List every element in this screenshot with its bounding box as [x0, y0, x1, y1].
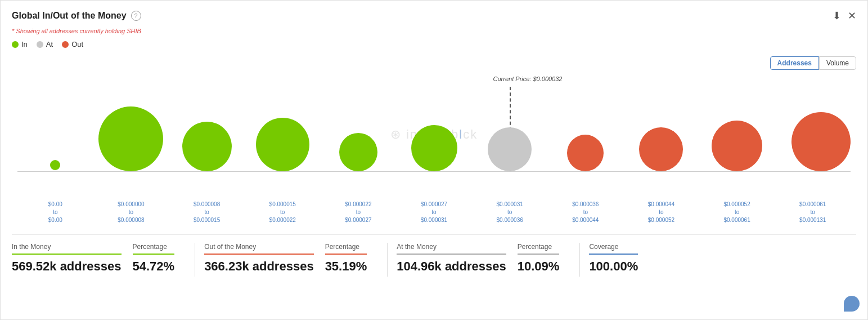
x-axis: $0.00to$0.00 $0.000000to$0.000008 $0.000…: [12, 198, 856, 224]
stat-underline-out: [204, 254, 314, 255]
bubble-col-7: [547, 87, 623, 171]
x-label-3: $0.000015to$0.000022: [245, 201, 321, 224]
legend-label-at: At: [46, 40, 53, 48]
bubbles-row: [12, 75, 856, 171]
bubble-col-6: [472, 87, 548, 171]
legend-dot-in: [12, 41, 19, 48]
x-label-5: $0.000027to$0.000031: [396, 201, 472, 224]
bubble-0: [50, 160, 60, 170]
bubble-2: [182, 122, 232, 171]
stat-coverage: Coverage 100.00%: [589, 243, 649, 274]
bubble-3: [256, 118, 309, 171]
bubble-5: [411, 125, 457, 171]
stat-label-at: At the Money: [397, 243, 506, 251]
stat-label-at-pct: Percentage: [518, 243, 560, 251]
header-left: Global In/Out of the Money ?: [12, 11, 141, 21]
bubble-6: [488, 127, 532, 171]
stats-row: In the Money 569.52k addresses Percentag…: [12, 234, 856, 277]
tab-volume[interactable]: Volume: [819, 56, 856, 70]
x-label-6: $0.000031to$0.000036: [472, 201, 548, 224]
widget-container: Global In/Out of the Money ? ⬇ ✕ * Showi…: [0, 0, 868, 320]
legend-dot-at: [37, 41, 43, 48]
download-button[interactable]: ⬇: [833, 10, 841, 22]
stat-value-coverage: 100.00%: [589, 259, 638, 274]
legend-dot-out: [62, 41, 69, 48]
x-label-4: $0.000022to$0.000027: [321, 201, 397, 224]
legend: In At Out: [12, 40, 856, 48]
stat-label-out: Out of the Money: [204, 243, 314, 251]
bubble-col-9: [699, 87, 775, 171]
stat-value-out: 366.23k addresses: [204, 259, 314, 274]
divider-3: [579, 243, 580, 277]
divider-1: [195, 243, 195, 277]
stat-underline-out-pct: [325, 254, 367, 255]
stat-at-the-money: At the Money 104.96k addresses: [397, 243, 518, 274]
header: Global In/Out of the Money ? ⬇ ✕: [12, 10, 856, 22]
bubble-col-8: [623, 87, 699, 171]
legend-in: In: [12, 40, 28, 48]
x-label-1: $0.000000to$0.000008: [93, 201, 169, 224]
stat-value-out-pct: 35.19%: [325, 259, 367, 274]
stat-label-out-pct: Percentage: [325, 243, 367, 251]
corner-icon: [844, 296, 860, 312]
bubble-8: [639, 127, 683, 171]
tab-addresses[interactable]: Addresses: [770, 56, 819, 70]
stat-underline-at: [397, 254, 506, 255]
header-right: ⬇ ✕: [833, 10, 856, 22]
divider-2: [387, 243, 388, 277]
x-label-0: $0.00to$0.00: [17, 201, 93, 224]
stat-label-in: In the Money: [12, 243, 122, 251]
stat-underline-coverage: [589, 254, 638, 255]
bubble-10: [791, 112, 851, 171]
help-icon[interactable]: ?: [131, 11, 141, 21]
stat-underline-in: [12, 254, 122, 255]
bubble-col-2: [169, 87, 245, 171]
chart-baseline: [17, 171, 851, 172]
bubble-col-10: [775, 87, 851, 171]
legend-label-in: In: [21, 40, 28, 48]
tab-row: Addresses Volume: [12, 56, 856, 70]
stat-value-at: 104.96k addresses: [397, 259, 506, 274]
bubble-7: [567, 135, 604, 171]
chart-area: Current Price: $0.000032 ⊛ intotheblck: [12, 75, 856, 194]
stat-underline-at-pct: [518, 254, 560, 255]
bubble-9: [712, 121, 762, 171]
stat-in-percentage: Percentage 54.72%: [133, 243, 186, 274]
stat-at-percentage: Percentage 10.09%: [518, 243, 571, 274]
bubble-col-1: [93, 87, 169, 171]
widget-title: Global In/Out of the Money: [12, 11, 127, 21]
subtitle: * Showing all addresses currently holdin…: [12, 28, 856, 34]
legend-label-out: Out: [71, 40, 83, 48]
bubble-col-3: [245, 87, 321, 171]
x-label-7: $0.000036to$0.000044: [547, 201, 623, 224]
stat-in-the-money: In the Money 569.52k addresses: [12, 243, 133, 274]
stat-underline-in-pct: [133, 254, 175, 255]
stat-label-in-pct: Percentage: [133, 243, 175, 251]
bubble-col-4: [321, 87, 397, 171]
close-button[interactable]: ✕: [848, 10, 856, 22]
stat-label-coverage: Coverage: [589, 243, 638, 251]
stat-value-in: 569.52k addresses: [12, 259, 122, 274]
stat-value-at-pct: 10.09%: [518, 259, 560, 274]
x-label-10: $0.000061to$0.000131: [775, 201, 851, 224]
legend-at: At: [37, 40, 53, 48]
bubble-col-5: [396, 87, 472, 171]
stat-out-the-money: Out of the Money 366.23k addresses: [204, 243, 325, 274]
x-label-9: $0.000052to$0.000061: [699, 201, 775, 224]
bubble-col-0: [17, 87, 93, 171]
bubble-1: [98, 106, 163, 171]
legend-out: Out: [62, 40, 83, 48]
stat-value-in-pct: 54.72%: [133, 259, 175, 274]
stat-out-percentage: Percentage 35.19%: [325, 243, 379, 274]
x-label-8: $0.000044to$0.000052: [623, 201, 699, 224]
x-label-2: $0.000008to$0.000015: [169, 201, 245, 224]
bubble-4: [339, 133, 377, 171]
